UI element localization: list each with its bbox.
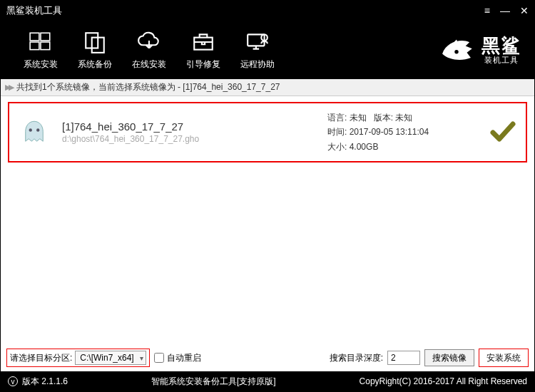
window-title: 黑鲨装机工具 [6, 4, 484, 17]
copyright-text: CopyRight(C) 2016-2017 All Right Reserve… [360, 376, 527, 386]
logo: 黑鲨 装机工具 [436, 29, 521, 71]
search-image-button[interactable]: 搜索镜像 [424, 349, 474, 366]
partition-label: 请选择目标分区: [10, 352, 72, 364]
logo-text-small: 装机工具 [484, 56, 519, 64]
svg-point-10 [36, 128, 39, 131]
svg-rect-1 [41, 33, 50, 41]
auto-restart-input[interactable] [154, 353, 164, 363]
copy-icon [83, 30, 107, 54]
status-bar: v 版本 2.1.1.6 智能系统安装备份工具[支持原版] CopyRight(… [1, 371, 534, 391]
ghost-icon [19, 118, 49, 148]
install-group: 安装系统 [479, 349, 529, 367]
svg-rect-2 [30, 42, 39, 50]
image-meta: 语言: 未知 版本: 未知 时间: 2017-09-05 13:11:04 大小… [327, 110, 477, 154]
toolbox-icon [191, 30, 215, 54]
tool-system-install[interactable]: 系统安装 [14, 30, 68, 71]
partition-select[interactable]: C:\[Win7_x64] [75, 351, 146, 365]
depth-input[interactable] [387, 351, 420, 365]
titlebar: 黑鲨装机工具 ≡ — ✕ [1, 1, 534, 21]
image-title: [1]764_hei_360_17_7_27 [62, 120, 315, 133]
windows-install-icon [29, 30, 53, 54]
tool-remote-assist[interactable]: 远程协助 [230, 30, 285, 71]
menu-icon[interactable]: ≡ [484, 5, 490, 16]
svg-rect-0 [30, 33, 39, 41]
auto-restart-checkbox[interactable]: 自动重启 [154, 352, 201, 364]
tool-online-install[interactable]: 在线安装 [122, 30, 176, 71]
info-text: 共找到1个系统镜像，当前选择系统镜像为 - [1]764_hei_360_17_… [16, 81, 280, 93]
close-icon[interactable]: ✕ [520, 5, 529, 16]
shark-icon [436, 29, 477, 71]
system-image-item[interactable]: [1]764_hei_360_17_7_27 d:\ghost\764_hei_… [8, 102, 527, 163]
chevron-icon: ▶▶ [5, 83, 12, 92]
minimize-icon[interactable]: — [500, 5, 510, 16]
version-text: 版本 2.1.1.6 [22, 376, 68, 388]
remote-icon [245, 30, 270, 54]
toolbar: 系统安装 系统备份 在线安装 引导修复 远程协助 黑鲨 装机工具 [1, 21, 534, 79]
window-controls: ≡ — ✕ [484, 5, 529, 16]
tool-system-backup[interactable]: 系统备份 [68, 30, 122, 71]
status-center: 智能系统安装备份工具[支持原版] [68, 376, 360, 388]
cloud-download-icon [137, 30, 161, 54]
partition-group: 请选择目标分区: C:\[Win7_x64] [6, 349, 150, 367]
svg-rect-3 [41, 42, 50, 50]
image-main-info: [1]764_hei_360_17_7_27 d:\ghost\764_hei_… [62, 120, 315, 144]
image-path: d:\ghost\764_hei_360_17_7_27.gho [62, 134, 315, 144]
svg-point-9 [29, 128, 32, 131]
depth-label: 搜索目录深度: [330, 352, 383, 364]
bottom-bar: 请选择目标分区: C:\[Win7_x64] 自动重启 搜索目录深度: 搜索镜像… [1, 344, 534, 371]
version-icon: v [8, 376, 18, 386]
content-area: [1]764_hei_360_17_7_27 d:\ghost\764_hei_… [1, 96, 534, 344]
info-strip: ▶▶ 共找到1个系统镜像，当前选择系统镜像为 - [1]764_hei_360_… [1, 79, 534, 96]
logo-text-big: 黑鲨 [482, 36, 521, 56]
checkmark-icon [490, 120, 516, 145]
tool-boot-repair[interactable]: 引导修复 [176, 30, 230, 71]
install-system-button[interactable]: 安装系统 [482, 349, 525, 366]
